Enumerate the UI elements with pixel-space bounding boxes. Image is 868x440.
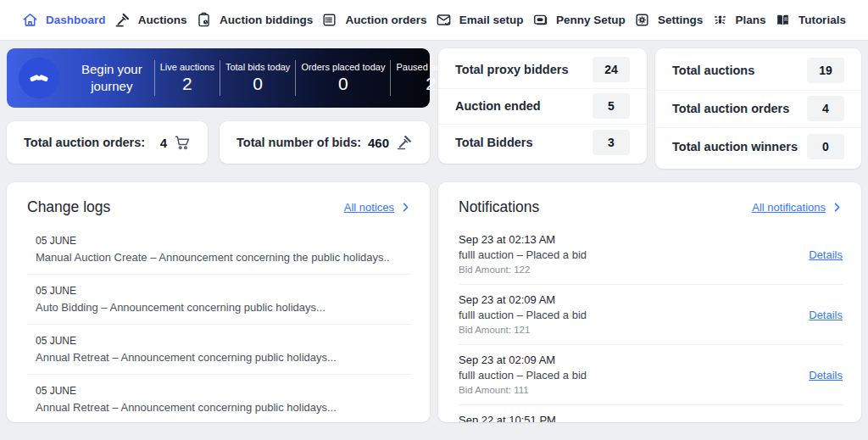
banner-stat-total-bids-today: Total bids today 0: [220, 60, 295, 96]
summary-label: Total auctions: [672, 64, 754, 77]
log-text: Annual Retreat – Announcement concerning…: [36, 401, 411, 414]
summary-row-total-auction-winners: Total auction winners 0: [655, 127, 861, 165]
mini-card-label: Total number of bids:: [236, 136, 361, 149]
notification-item: Sep 23 at 02:13 AM fulll auction – Place…: [459, 225, 843, 284]
left-column: Begin your journey Live auctions 2 Total…: [7, 48, 430, 422]
notification-item: Sep 22 at 10:51 PM fulll auction – Place…: [459, 404, 843, 422]
nav-item-label: Email setup: [459, 14, 524, 26]
summary-cards-row: Total proxy bidders 24 Auction ended 5 T…: [438, 48, 861, 169]
nav-item-label: Auction orders: [345, 14, 426, 26]
notification-item: Sep 23 at 02:09 AM fulll auction – Place…: [459, 284, 843, 344]
details-link[interactable]: Details: [809, 369, 843, 382]
change-logs-title: Change logs: [27, 198, 110, 216]
all-notices-link[interactable]: All notices: [344, 201, 411, 214]
mini-card-value: 460: [368, 136, 389, 150]
notification-item: Sep 23 at 02:09 AM fulll auction – Place…: [459, 344, 843, 404]
gavel-icon: [396, 134, 413, 151]
book-icon: [775, 12, 791, 28]
notifications-title: Notifications: [459, 198, 539, 216]
top-nav: Dashboard Auctions Auction biddings Auct…: [0, 0, 868, 41]
notification-title: fulll auction – Placed a bid: [459, 369, 587, 382]
gavel-icon: [114, 12, 131, 28]
summary-value: 5: [593, 93, 630, 119]
banner-stats: Live auctions 2 Total bids today 0 Order…: [154, 60, 470, 96]
mini-card-label: Total auction orders:: [24, 136, 145, 149]
nav-item-label: Tutorials: [798, 14, 846, 26]
details-link[interactable]: Details: [809, 248, 843, 261]
nav-item-auction-orders[interactable]: Auction orders: [321, 12, 426, 28]
notification-title: fulll auction – Placed a bid: [459, 309, 587, 321]
journey-banner: Begin your journey Live auctions 2 Total…: [7, 48, 430, 108]
summary-value: 4: [807, 96, 844, 121]
banner-title-line2: journey: [81, 78, 142, 95]
nav-item-label: Auction biddings: [220, 14, 313, 26]
change-logs-panel: Change logs All notices 05 JUNE Manual A…: [7, 182, 430, 422]
idea-icon: [712, 12, 728, 28]
all-notices-label: All notices: [344, 201, 394, 214]
summary-label: Total proxy bidders: [455, 63, 568, 76]
log-date: 05 JUNE: [36, 385, 411, 397]
banner-title: Begin your journey: [81, 61, 142, 96]
nav-item-plans[interactable]: Plans: [712, 12, 766, 28]
nav-item-penny-setup[interactable]: Penny Setup: [532, 12, 626, 28]
bidders-summary-card: Total proxy bidders 24 Auction ended 5 T…: [438, 48, 647, 164]
summary-label: Total auction winners: [672, 140, 798, 153]
change-log-item: 05 JUNE Manual Auction Create – Announce…: [27, 225, 411, 274]
nav-item-auction-biddings[interactable]: Auction biddings: [196, 12, 313, 28]
summary-row-auction-ended: Auction ended 5: [438, 88, 647, 125]
summary-row-total-proxy-bidders: Total proxy bidders 24: [438, 52, 647, 88]
log-text: Annual Retreat – Announcement concerning…: [36, 351, 411, 364]
change-logs-list: 05 JUNE Manual Auction Create – Announce…: [7, 221, 430, 422]
summary-value: 19: [807, 58, 844, 83]
cart-icon: [174, 134, 191, 151]
summary-label: Total Bidders: [455, 136, 533, 149]
auctions-summary-card: Total auctions 19 Total auction orders 4…: [655, 48, 861, 169]
summary-label: Auction ended: [455, 99, 541, 113]
nav-item-label: Auctions: [138, 14, 187, 26]
summary-row-total-auction-orders: Total auction orders 4: [655, 90, 861, 128]
chevron-right-icon: [400, 202, 411, 213]
nav-item-email-setup[interactable]: Email setup: [436, 12, 524, 28]
right-column: Total proxy bidders 24 Auction ended 5 T…: [438, 48, 861, 422]
stat-label: Live auctions: [160, 62, 214, 72]
total-auction-orders-card: Total auction orders: 4: [7, 121, 208, 164]
stat-value: 0: [301, 74, 385, 94]
banknote-icon: [532, 12, 548, 28]
chevron-right-icon: [832, 202, 843, 213]
summary-row-total-auctions: Total auctions 19: [655, 52, 861, 90]
log-date: 05 JUNE: [36, 335, 411, 347]
home-icon: [22, 12, 38, 28]
nav-item-label: Plans: [736, 14, 766, 26]
log-date: 05 JUNE: [36, 285, 411, 297]
nav-item-settings[interactable]: Settings: [634, 12, 703, 28]
notification-date: Sep 23 at 02:13 AM: [459, 233, 587, 246]
log-text: Manual Auction Create – Announcement con…: [36, 251, 411, 264]
log-text: Auto Bidding – Announcement concerning p…: [36, 301, 411, 314]
clipboard-clock-icon: [196, 12, 212, 28]
log-date: 05 JUNE: [36, 235, 411, 247]
nav-item-auctions[interactable]: Auctions: [114, 12, 187, 28]
details-link[interactable]: Details: [809, 309, 843, 321]
mini-card-value: 4: [160, 136, 167, 150]
mini-cards-row: Total auction orders: 4 Total number of …: [7, 121, 430, 164]
summary-value: 3: [593, 130, 630, 155]
list-icon: [321, 12, 337, 28]
notification-date: Sep 22 at 10:51 PM: [459, 414, 587, 422]
nav-item-tutorials[interactable]: Tutorials: [775, 12, 846, 28]
change-log-item: 05 JUNE Auto Bidding – Announcement conc…: [27, 274, 411, 324]
summary-row-total-bidders: Total Bidders 3: [438, 124, 647, 160]
all-notifications-label: All notifications: [752, 201, 826, 214]
nav-item-label: Settings: [658, 14, 703, 26]
stat-label: Orders placed today: [301, 62, 385, 72]
notification-bid-amount: Bid Amount: 111: [459, 385, 587, 396]
gear-icon: [634, 12, 650, 28]
nav-item-dashboard[interactable]: Dashboard: [22, 12, 106, 28]
envelope-check-icon: [436, 12, 452, 28]
notification-bid-amount: Bid Amount: 122: [459, 265, 587, 276]
stat-value: 2: [160, 74, 214, 94]
summary-label: Total auction orders: [672, 102, 789, 115]
all-notifications-link[interactable]: All notifications: [752, 201, 843, 214]
notification-bid-amount: Bid Amount: 121: [459, 325, 587, 336]
banner-stat-orders-placed-today: Orders placed today 0: [295, 60, 390, 96]
stat-label: Total bids today: [225, 62, 290, 72]
